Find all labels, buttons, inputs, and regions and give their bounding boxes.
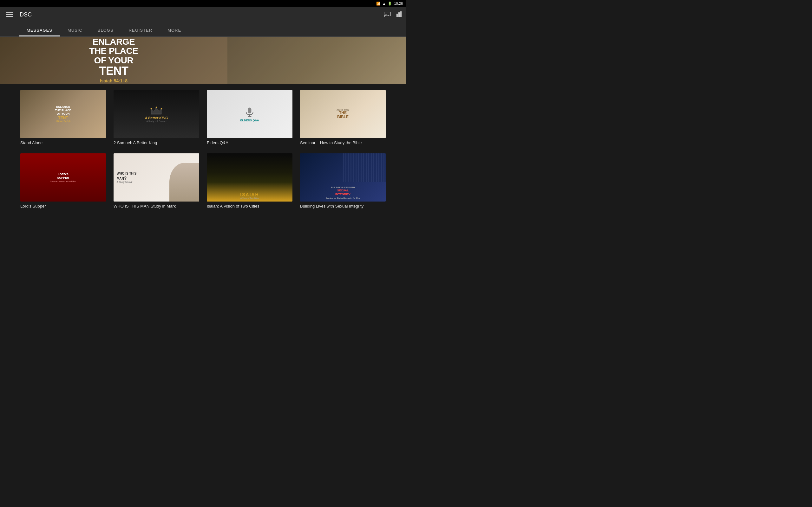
svg-rect-2 (397, 14, 398, 17)
signal-icon: ▲ (383, 2, 386, 5)
card-better-king[interactable]: A Better KING A Study in 2 Samuel 2 Samu… (113, 90, 199, 146)
bar-chart-icon[interactable] (396, 11, 402, 18)
card-thumb-who: WHO IS THISMAN? A Study in Mark (113, 153, 199, 202)
toolbar-actions (384, 11, 402, 18)
tab-more[interactable]: MORE (160, 24, 189, 37)
hero-text: ENLARGE THE PLACE OF YOUR TENT Isaiah 54… (80, 37, 148, 83)
svg-rect-3 (398, 12, 400, 17)
svg-marker-5 (151, 107, 161, 114)
hero-title: ENLARGE THE PLACE OF YOUR TENT (89, 37, 138, 77)
svg-marker-6 (151, 114, 161, 114)
nav-tabs: MESSAGES MUSIC BLOGS REGISTER MORE (0, 22, 406, 37)
tab-messages[interactable]: MESSAGES (19, 24, 60, 37)
card-thumb-lords-supper: LORD'SSUPPER Living in remembrance of Hi… (20, 153, 106, 202)
card-title-elders-qa: Elders Q&A (207, 140, 293, 146)
hero-left-panel: ENLARGE THE PLACE OF YOUR TENT Isaiah 54… (0, 37, 227, 83)
card-elders-qa[interactable]: ELDERS Q&A Elders Q&A (207, 90, 293, 146)
building-decoration (343, 153, 386, 182)
card-who-is-this-man[interactable]: WHO IS THISMAN? A Study in Mark WHO IS T… (113, 153, 199, 209)
card-stand-alone[interactable]: ENLARGE THE PLACE OF YOUR TENT Isaiah 54… (20, 90, 106, 146)
svg-rect-10 (248, 107, 252, 113)
app-title: DSC (20, 11, 32, 18)
card-thumb-better-king: A Better KING A Study in 2 Samuel (113, 90, 199, 138)
tab-blogs[interactable]: BLOGS (90, 24, 121, 37)
card-thumb-stand-alone: ENLARGE THE PLACE OF YOUR TENT Isaiah 54… (20, 90, 106, 138)
svg-rect-4 (400, 11, 402, 16)
hero-subtitle: Isaiah 54:1–8 (89, 78, 138, 83)
hero-banner[interactable]: ENLARGE THE PLACE OF YOUR TENT Isaiah 54… (0, 37, 406, 83)
card-thumb-integrity: BUILDING LIVES WITH SEXUALINTEGRITY Semi… (300, 153, 386, 202)
svg-rect-0 (384, 12, 391, 16)
card-lords-supper[interactable]: LORD'SSUPPER Living in remembrance of Hi… (20, 153, 106, 209)
card-thumb-bible: how to study THEBIBLE (300, 90, 386, 138)
status-time: 10:26 (394, 2, 403, 5)
card-title-who-is-this-man: WHO IS THIS MAN Study in Mark (113, 204, 199, 209)
wifi-icon: 📶 (376, 2, 380, 6)
person-silhouette (169, 163, 200, 202)
battery-icon: 🔋 (388, 2, 392, 6)
card-bible-seminar[interactable]: how to study THEBIBLE Seminar – How to S… (300, 90, 386, 146)
card-title-better-king: 2 Samuel: A Better King (113, 140, 199, 146)
card-thumb-elders: ELDERS Q&A (207, 90, 293, 138)
svg-point-9 (161, 108, 162, 110)
card-row-2: LORD'SSUPPER Living in remembrance of Hi… (20, 153, 386, 209)
card-title-isaiah: Isaiah: A Vision of Two Cities (207, 204, 293, 209)
card-isaiah[interactable]: ISAIAH A Vision of Two Cities Isaiah: A … (207, 153, 293, 209)
card-title-lords-supper: Lord's Supper (20, 204, 106, 209)
card-title-stand-alone: Stand Alone (20, 140, 106, 146)
card-title-sexual-integrity: Building Lives with Sexual Integrity (300, 204, 386, 209)
cast-icon[interactable] (384, 11, 391, 18)
status-bar: 📶 ▲ 🔋 10:26 (0, 0, 406, 7)
card-title-bible-seminar: Seminar – How to Study the Bible (300, 140, 386, 146)
tab-music[interactable]: MUSIC (60, 24, 90, 37)
menu-button[interactable] (4, 10, 15, 19)
svg-point-8 (156, 107, 157, 108)
svg-point-7 (151, 108, 152, 110)
content-section: ENLARGE THE PLACE OF YOUR TENT Isaiah 54… (0, 83, 406, 253)
card-row-1: ENLARGE THE PLACE OF YOUR TENT Isaiah 54… (20, 90, 386, 146)
card-thumb-isaiah: ISAIAH A Vision of Two Cities (207, 153, 293, 202)
card-sexual-integrity[interactable]: BUILDING LIVES WITH SEXUALINTEGRITY Semi… (300, 153, 386, 209)
toolbar: DSC (0, 7, 406, 22)
tab-register[interactable]: REGISTER (121, 24, 160, 37)
hero-right-panel (227, 37, 406, 83)
